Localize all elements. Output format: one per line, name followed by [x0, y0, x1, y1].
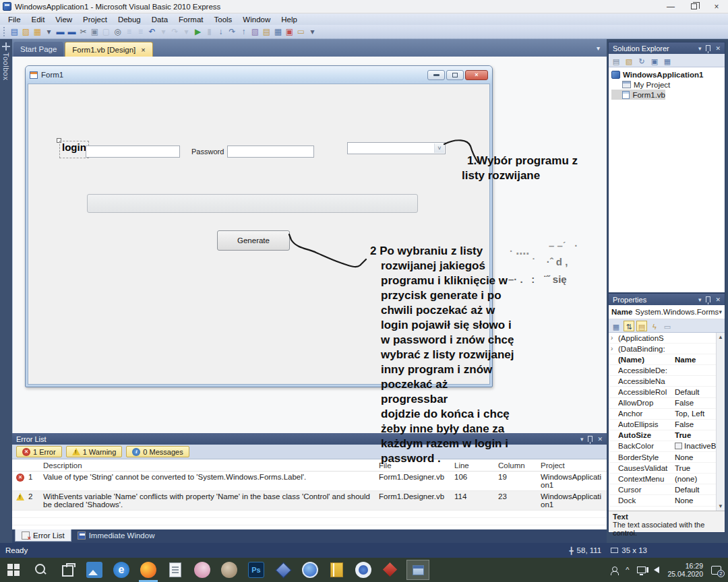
menu-item[interactable]: Data [146, 15, 173, 24]
object-browser-icon[interactable]: ▦ [272, 26, 284, 38]
people-icon[interactable] [611, 567, 617, 573]
property-row[interactable]: AccessibleRol Default [609, 387, 716, 397]
solution-explorer-icon[interactable]: ▧ [249, 26, 261, 38]
open-file-icon[interactable]: ▨ [20, 26, 32, 38]
copy-icon[interactable]: ▣ [89, 26, 100, 38]
panel-close-icon[interactable]: ✕ [715, 296, 721, 303]
password-label[interactable]: Password [191, 148, 224, 156]
documents-app-icon[interactable] [330, 562, 343, 577]
object-selector[interactable]: Name System.Windows.Forms.Lat ▾ [609, 305, 725, 319]
notifications-icon[interactable]: 2 [711, 566, 721, 575]
se-view-code-icon[interactable]: ▣ [649, 55, 660, 66]
network-icon[interactable] [637, 567, 646, 573]
gimp-app-icon[interactable] [221, 562, 237, 578]
login-textbox[interactable] [86, 146, 180, 158]
form-close-button[interactable]: × [465, 70, 488, 80]
se-properties-icon[interactable]: ▤ [611, 55, 621, 66]
tab-list-dropdown-icon[interactable]: ▾ [597, 44, 600, 52]
save-all-icon[interactable]: ▬ [66, 26, 78, 38]
se-view-designer-icon[interactable]: ▦ [662, 55, 673, 66]
paint-app-icon[interactable] [194, 562, 210, 578]
mail-app-icon[interactable] [86, 562, 102, 578]
task-view-icon[interactable] [59, 562, 75, 578]
menu-item[interactable]: Help [276, 15, 303, 24]
panel-close-icon[interactable]: ✕ [715, 45, 721, 52]
form-maximize-button[interactable] [446, 70, 464, 80]
toolbox-strip[interactable]: Toolbox [0, 39, 12, 543]
immediate-window-icon[interactable]: ▭ [295, 26, 307, 38]
red-3d-app-icon[interactable] [382, 562, 398, 578]
panel-dropdown-icon[interactable]: ▾ [698, 45, 702, 52]
menu-item[interactable]: Debug [113, 15, 146, 24]
property-row[interactable]: AccessibleNa [609, 376, 716, 387]
categorized-icon[interactable]: ▦ [611, 321, 621, 331]
property-row[interactable]: AutoSize True [609, 430, 716, 441]
virtualbox-app-icon[interactable] [275, 562, 291, 578]
column-project[interactable]: Project [541, 461, 603, 470]
menu-item[interactable]: View [50, 15, 78, 24]
error-list-icon[interactable]: ▣ [284, 26, 295, 38]
property-row[interactable]: BorderStyle None [609, 452, 716, 463]
menu-item[interactable]: Format [173, 15, 208, 24]
undo-icon[interactable]: ↶ [146, 26, 158, 38]
error-list-row[interactable]: ✕ 1 Value of type 'String' cannot be con… [12, 472, 607, 491]
toolbar-options-icon[interactable]: ▾ [307, 26, 318, 38]
redo-dropdown-icon[interactable]: ▾ [181, 26, 192, 38]
alphabetical-icon[interactable]: ⇅ [624, 321, 634, 331]
property-row[interactable]: BackColor InactiveBor [609, 441, 716, 452]
menu-item[interactable]: Tools [208, 15, 237, 24]
tab-form1-design[interactable]: Form1.vb [Design] × [65, 42, 152, 57]
messages-filter-button[interactable]: i 0 Messages [126, 446, 189, 457]
tab-close-icon[interactable]: × [141, 46, 145, 54]
program-combobox[interactable]: ˅ [347, 142, 446, 154]
property-row[interactable]: › (ApplicationS [609, 333, 716, 344]
combobox-arrow-icon[interactable]: ˅ [434, 143, 444, 153]
object-selector-dropdown-icon[interactable]: ▾ [719, 309, 722, 315]
start-debug-icon[interactable]: ▶ [192, 26, 204, 38]
column-description[interactable]: Description [43, 461, 379, 470]
scroll-down-icon[interactable]: ▼ [718, 503, 723, 509]
step-into-icon[interactable]: ↓ [215, 26, 226, 38]
tree-item-form1[interactable]: Form1.vb [611, 90, 665, 100]
property-row[interactable]: ContextMenu (none) [609, 474, 716, 484]
menu-item[interactable]: Edit [26, 15, 51, 24]
paste-icon[interactable]: ▢ [100, 26, 112, 38]
scroll-up-icon[interactable]: ▲ [718, 334, 723, 340]
step-over-icon[interactable]: ↷ [226, 26, 238, 38]
login-label[interactable]: login [62, 141, 86, 153]
property-row[interactable]: Cursor Default [609, 484, 716, 495]
generate-button[interactable]: Generate [217, 230, 290, 251]
progress-bar[interactable] [87, 194, 418, 213]
clock[interactable]: 16:29 25.04.2020 [667, 562, 703, 578]
pin-icon[interactable] [706, 45, 710, 51]
menu-item[interactable]: Window [237, 15, 276, 24]
property-row[interactable]: Dock None [609, 495, 716, 506]
events-icon[interactable]: ϟ [649, 321, 660, 331]
cut-icon[interactable]: ✂ [78, 26, 89, 38]
se-show-all-files-icon[interactable]: ▧ [624, 55, 634, 66]
property-row[interactable]: › (DataBinding: [609, 344, 716, 354]
panel-dropdown-icon[interactable]: ▾ [698, 296, 702, 303]
add-item-dropdown-icon[interactable]: ▾ [43, 26, 55, 38]
step-out-icon[interactable]: ↑ [238, 26, 249, 38]
photoshop-app-icon[interactable]: Ps [248, 562, 264, 578]
properties-icon[interactable]: ▤ [636, 321, 647, 331]
errors-filter-button[interactable]: ✕ 1 Error [16, 446, 62, 457]
property-row[interactable]: (Name) Name [609, 354, 716, 365]
notepad-app-icon[interactable] [169, 562, 181, 577]
designed-form[interactable]: Form1 × login Password [25, 65, 493, 387]
password-textbox[interactable] [227, 146, 314, 158]
media-player-app-icon[interactable] [355, 562, 371, 578]
se-refresh-icon[interactable]: ↻ [636, 55, 647, 66]
property-pages-icon[interactable]: ▭ [662, 321, 673, 331]
property-row[interactable]: AllowDrop False [609, 398, 716, 409]
column-line[interactable]: Line [454, 461, 498, 470]
redo-icon[interactable]: ↷ [169, 26, 181, 38]
property-row[interactable]: AutoEllipsis False [609, 420, 716, 430]
undo-dropdown-icon[interactable]: ▾ [158, 26, 169, 38]
uncomment-icon[interactable]: ≡ [135, 26, 146, 38]
tree-item-project[interactable]: WindowsApplication1 [611, 69, 725, 79]
pin-icon[interactable] [706, 296, 710, 302]
panel-close-icon[interactable]: ✕ [597, 436, 603, 443]
firefox-app-icon[interactable] [140, 562, 156, 578]
